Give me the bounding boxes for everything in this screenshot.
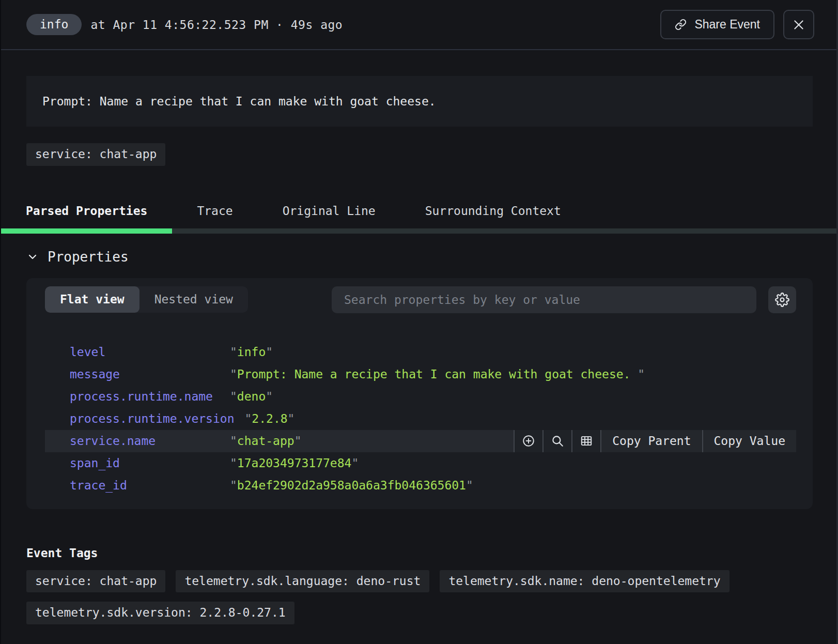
share-event-button[interactable]: Share Event <box>660 10 774 39</box>
copy-parent-button[interactable]: Copy Parent <box>600 430 702 452</box>
link-icon <box>675 19 687 30</box>
property-key: process.runtime.version <box>70 412 235 425</box>
property-row-actions: Copy Parent Copy Value <box>514 430 796 452</box>
chevron-down-icon <box>26 251 39 263</box>
property-value: deno <box>230 390 273 403</box>
property-value: 17a2034973177e84 <box>230 456 359 470</box>
property-row[interactable]: span_id 17a2034973177e84 <box>45 452 796 474</box>
event-tags-list: service: chat-app telemetry.sdk.language… <box>26 570 813 624</box>
tab-original-line[interactable]: Original Line <box>258 189 400 234</box>
property-row[interactable]: message Prompt: Name a recipe that I can… <box>45 363 796 386</box>
property-value: 2.2.8 <box>245 412 295 425</box>
property-value: Prompt: Name a recipe that I can make wi… <box>230 367 645 381</box>
tab-trace[interactable]: Trace <box>172 189 257 234</box>
nested-view-button[interactable]: Nested view <box>139 286 248 313</box>
circle-plus-icon <box>522 434 535 448</box>
property-value: chat-app <box>230 434 302 448</box>
properties-section-header[interactable]: Properties <box>26 249 838 265</box>
properties-section-title: Properties <box>48 249 129 265</box>
property-key: trace_id <box>70 479 220 492</box>
event-tag[interactable]: telemetry.sdk.language: deno-rust <box>176 570 429 593</box>
properties-toolbar: Flat view Nested view <box>45 286 796 313</box>
table-icon <box>580 434 593 448</box>
event-tags-title: Event Tags <box>26 546 838 560</box>
search-icon <box>551 434 564 448</box>
property-key: process.runtime.name <box>70 390 220 403</box>
event-message-text: Prompt: Name a recipe that I can make wi… <box>42 95 436 108</box>
property-row[interactable]: level info <box>45 341 796 363</box>
tab-parsed-properties[interactable]: Parsed Properties <box>1 189 172 234</box>
property-row[interactable]: process.runtime.version 2.2.8 <box>45 408 796 430</box>
add-column-button[interactable] <box>571 430 600 452</box>
settings-button[interactable] <box>768 286 796 313</box>
event-tag[interactable]: telemetry.sdk.name: deno-opentelemetry <box>440 570 729 593</box>
property-value: info <box>230 345 273 359</box>
event-tag[interactable]: telemetry.sdk.version: 2.2.8-0.27.1 <box>26 602 294 624</box>
view-toggle: Flat view Nested view <box>45 286 248 313</box>
service-tag-chip[interactable]: service: chat-app <box>26 143 165 166</box>
detail-tabs: Parsed Properties Trace Original Line Su… <box>1 189 838 234</box>
level-badge: info <box>26 14 82 35</box>
properties-list: level info message Prompt: Name a recipe… <box>45 341 796 497</box>
share-event-label: Share Event <box>694 18 760 32</box>
properties-search-input[interactable] <box>332 286 756 313</box>
event-header: info at Apr 11 4:56:22.523 PM · 49s ago … <box>1 0 838 50</box>
property-row[interactable]: process.runtime.name deno <box>45 386 796 408</box>
search-value-button[interactable] <box>542 430 571 452</box>
close-button[interactable] <box>783 10 814 39</box>
property-key: level <box>70 345 220 359</box>
property-key: service.name <box>70 434 220 448</box>
gear-icon <box>775 293 789 307</box>
property-key: message <box>70 367 220 381</box>
tab-surrounding-context[interactable]: Surrounding Context <box>400 189 586 234</box>
property-row[interactable]: trace_id b24ef2902d2a958a0a6a3fb04636560… <box>45 474 796 497</box>
copy-value-button[interactable]: Copy Value <box>702 430 796 452</box>
property-key: span_id <box>70 456 220 470</box>
close-icon <box>792 18 805 32</box>
event-timestamp: at Apr 11 4:56:22.523 PM · 49s ago <box>90 18 343 32</box>
property-row-service-name[interactable]: service.name chat-app <box>45 430 796 452</box>
event-detail-panel: info at Apr 11 4:56:22.523 PM · 49s ago … <box>0 0 838 644</box>
property-value: b24ef2902d2a958a0a6a3fb046365601 <box>230 479 473 492</box>
event-message-box: Prompt: Name a recipe that I can make wi… <box>26 76 813 127</box>
add-filter-button[interactable] <box>514 430 542 452</box>
properties-panel: Flat view Nested view level info message… <box>26 278 813 509</box>
event-tag[interactable]: service: chat-app <box>26 570 165 593</box>
flat-view-button[interactable]: Flat view <box>45 286 139 313</box>
